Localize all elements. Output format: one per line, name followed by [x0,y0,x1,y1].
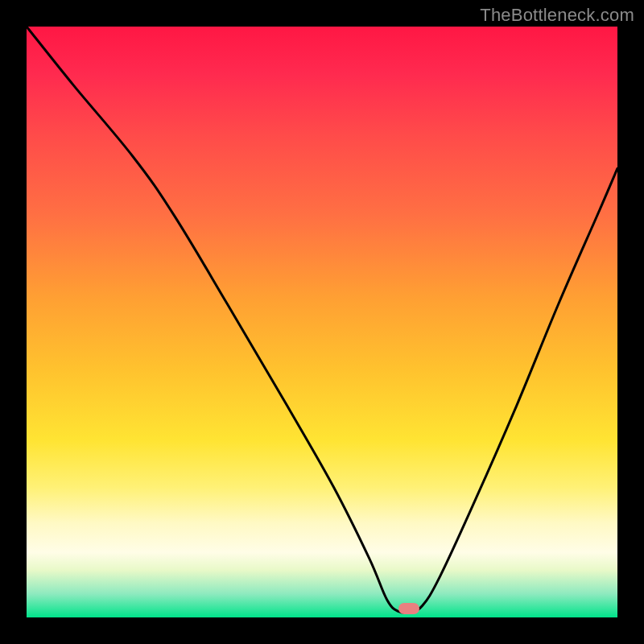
optimal-point-marker [398,603,419,614]
bottleneck-curve-path [27,27,617,613]
bottleneck-curve [27,27,617,617]
chart-plot-area [27,27,617,617]
watermark-text: TheBottleneck.com [480,5,634,26]
chart-frame: TheBottleneck.com [0,0,644,644]
